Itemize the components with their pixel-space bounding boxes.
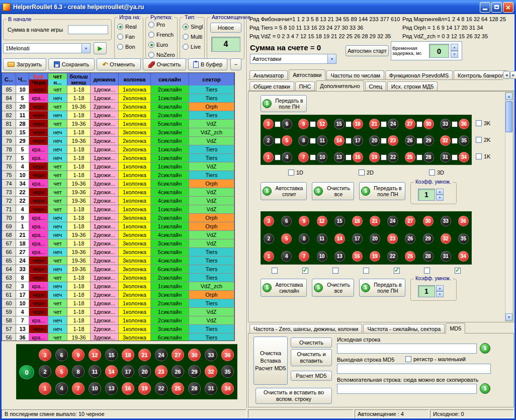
md5-helper-input[interactable] (337, 384, 477, 394)
tab-bottom-1[interactable]: Частота - сиклайны, сектора (363, 324, 445, 333)
tab-bottom-2[interactable]: MD5 (446, 323, 465, 333)
tab-sub-0[interactable]: Общие ставки (249, 81, 294, 91)
close-button[interactable] (503, 2, 513, 13)
number-5[interactable]: 5 (55, 365, 68, 378)
number-22[interactable]: 22 (387, 251, 398, 262)
toolbar-collapse-button[interactable]: − (230, 58, 241, 70)
transfer-to-pn-split-button[interactable]: Передать в поле ПН (359, 182, 405, 200)
number-14[interactable]: 14 (334, 135, 345, 146)
number-15[interactable]: 15 (334, 119, 345, 129)
sixline-checkbox-5[interactable] (394, 268, 400, 274)
number-6[interactable]: 6 (282, 119, 292, 129)
d-checkbox-3D[interactable] (429, 170, 435, 176)
table-row[interactable]: 6524чернчет19-362дюжи...3колонка4сиклайн… (2, 257, 234, 265)
number-14[interactable]: 14 (105, 365, 118, 378)
number-32[interactable]: 32 (441, 233, 451, 244)
md5-source-coin-button[interactable] (480, 343, 490, 354)
number-35[interactable]: 35 (221, 365, 234, 378)
transfer-to-pn-sixline-button[interactable]: Передать в поле ПН (359, 279, 405, 297)
number-21[interactable]: 21 (370, 216, 380, 226)
scroll-up-icon[interactable] (505, 93, 512, 100)
number-36[interactable]: 36 (221, 349, 234, 361)
register-checkbox[interactable] (405, 356, 411, 362)
start-sum-input[interactable] (68, 25, 108, 34)
transfer-to-pn-top-button[interactable]: Передать в поле ПН (261, 95, 307, 112)
number-33[interactable]: 33 (205, 349, 217, 361)
number-35[interactable]: 35 (459, 135, 469, 146)
tab-scroll-left-icon[interactable] (503, 71, 510, 79)
table-row[interactable]: 8320чернчет19-362дюжи...2колонка4сиклайн… (2, 103, 234, 111)
number-10[interactable]: 10 (317, 251, 327, 262)
number-14[interactable]: 14 (334, 233, 345, 244)
number-27[interactable]: 27 (405, 216, 415, 226)
number-17[interactable]: 17 (352, 233, 363, 244)
autobet-sixline-button[interactable]: Автоставка сиклайн (261, 279, 307, 297)
table-row[interactable]: 6010чернчет1-181дюжи...1колонка2сиклайнT… (2, 299, 234, 308)
number-18[interactable]: 18 (352, 216, 363, 226)
coef1-spin-up[interactable] (436, 189, 444, 195)
number-20[interactable]: 20 (370, 233, 380, 244)
table-row[interactable]: 6821кра...неч19-362дюжи...3колонка4сикла… (2, 231, 234, 239)
number-17[interactable]: 17 (122, 365, 134, 378)
number-25[interactable]: 25 (171, 382, 184, 395)
delay-spin-down[interactable] (451, 51, 458, 58)
number-18[interactable]: 18 (122, 349, 134, 361)
number-26[interactable]: 26 (405, 135, 415, 146)
number-13[interactable]: 13 (334, 251, 345, 262)
split-checkbox[interactable] (346, 138, 352, 144)
number-18[interactable]: 18 (353, 119, 363, 129)
radio-Real[interactable]: Real (117, 22, 143, 32)
split-checkbox[interactable] (310, 121, 316, 127)
radio-Pro[interactable]: Pro (148, 20, 177, 30)
number-3[interactable]: 3 (263, 119, 274, 129)
number-9[interactable]: 9 (299, 216, 309, 226)
number-7[interactable]: 7 (72, 382, 84, 395)
number-7[interactable]: 7 (299, 251, 309, 262)
sixline-checkbox-7[interactable] (455, 268, 461, 274)
number-23[interactable]: 23 (388, 135, 398, 146)
table-row[interactable]: 785кра...неч1-181дюжи...2колонка1сиклайн… (2, 145, 234, 154)
number-25[interactable]: 25 (405, 251, 415, 262)
tab-sub-2[interactable]: Дополнительно (316, 80, 364, 91)
split-checkbox[interactable] (275, 138, 281, 144)
autoshift-new-button[interactable]: Новое (210, 23, 241, 33)
number-32[interactable]: 32 (205, 365, 217, 378)
number-34[interactable]: 34 (459, 152, 469, 162)
coef2-spin-down[interactable] (436, 291, 444, 297)
number-19[interactable]: 19 (369, 152, 380, 162)
number-20[interactable]: 20 (369, 135, 380, 146)
md5-clear-paste-button[interactable]: Очистить и вставить (291, 349, 332, 366)
register-check-row[interactable]: регистр - маленький (405, 356, 466, 362)
k-checkbox-1K[interactable] (476, 153, 482, 159)
k-checkbox-2K[interactable] (476, 137, 482, 143)
number-12[interactable]: 12 (89, 349, 101, 361)
tab-sub-4[interactable]: Исх. строки МД5 (387, 81, 438, 91)
table-row[interactable]: 714чернчет1-181дюжи...1колонка1сиклайнVd… (2, 205, 234, 214)
number-36[interactable]: 36 (459, 119, 469, 129)
number-33[interactable]: 33 (440, 119, 451, 129)
number-4[interactable]: 4 (55, 382, 68, 395)
number-16[interactable]: 16 (353, 152, 363, 162)
table-row[interactable]: 7929черннеч19-363дюжи...2колонка5сиклайн… (2, 137, 234, 145)
table-row[interactable]: 6433черннеч19-363дюжи...3колонка6сиклайн… (2, 265, 234, 274)
number-30[interactable]: 30 (423, 216, 434, 226)
number-22[interactable]: 22 (388, 152, 398, 162)
number-24[interactable]: 24 (387, 216, 398, 226)
number-4[interactable]: 4 (282, 152, 292, 162)
tab-sub-3[interactable]: Спец (365, 81, 386, 91)
scroll-down-icon[interactable] (505, 313, 512, 321)
number-2[interactable]: 2 (264, 233, 274, 244)
toolbar-save-button[interactable]: Сохранить (48, 58, 95, 70)
number-8[interactable]: 8 (72, 365, 84, 378)
number-35[interactable]: 35 (458, 233, 469, 244)
table-row[interactable]: 5713черннеч1-182дюжи...1колонка3сиклайнT… (2, 325, 234, 333)
tab-main-1[interactable]: Автоставки (289, 69, 325, 80)
number-13[interactable]: 13 (105, 382, 118, 395)
number-1[interactable]: 1 (263, 152, 274, 162)
table-row[interactable]: 587кра...неч1-181дюжи...1колонка2сиклайн… (2, 316, 234, 325)
number-20[interactable]: 20 (138, 365, 151, 378)
autobets-combo[interactable]: Автоставки (250, 54, 336, 64)
d-checkbox-2D[interactable] (359, 170, 365, 176)
tab-main-2[interactable]: Частоты по числам (326, 70, 384, 79)
tab-bottom-0[interactable]: Частота - Zero, шансы, дюжины, колонки (249, 324, 362, 333)
